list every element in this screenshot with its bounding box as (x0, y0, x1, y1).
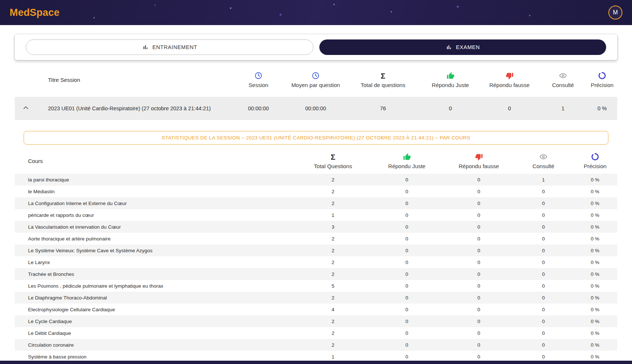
course-juste: 0 (370, 271, 444, 277)
course-name: Le Système Veineux: Système Cave et Syst… (15, 248, 296, 253)
tab-examen-label: EXAMEN (456, 44, 480, 50)
session-fausse: 0 (480, 105, 539, 111)
course-precision: 0 % (573, 248, 617, 253)
course-fausse: 0 (444, 283, 514, 289)
course-precision: 0 % (573, 342, 617, 348)
course-consulte: 0 (514, 212, 573, 218)
course-total: 1 (296, 354, 370, 360)
course-fausse: 0 (444, 248, 514, 253)
course-name: Le Larynx (15, 260, 296, 265)
course-row: Trachée et Bronches 2 0 0 0 0 % (15, 268, 617, 280)
course-precision: 0 % (573, 271, 617, 277)
course-juste: 0 (370, 260, 444, 265)
course-row: Circulation coronaire 2 0 0 0 0 % (15, 339, 617, 351)
course-total: 2 (296, 189, 370, 194)
course-row: Le Diaphragme Thoraco-Abdominal 2 0 0 0 … (15, 292, 617, 304)
course-consulte: 0 (514, 342, 573, 348)
course-name: Electrophysiologie Cellulaire Cardiaque (15, 307, 296, 312)
course-precision: 0 % (573, 177, 617, 183)
course-fausse: 0 (444, 295, 514, 301)
course-fausse: 0 (444, 342, 514, 348)
course-precision: 0 % (573, 354, 617, 360)
course-precision: 0 % (573, 212, 617, 218)
course-total: 2 (296, 236, 370, 242)
course-row: Aorte thoracique et artère pulmonaire 2 … (15, 233, 617, 245)
brand-logo[interactable]: MedSpace (10, 7, 59, 18)
course-total: 2 (296, 295, 370, 301)
course-precision: 0 % (573, 319, 617, 324)
col-header-juste: Répondu Juste (421, 72, 480, 88)
avatar-initial: M (613, 9, 618, 16)
course-name: Circulation coronaire (15, 342, 296, 348)
chevron-up-icon (22, 104, 30, 113)
course-fausse: 0 (444, 236, 514, 242)
session-stats-banner: STATISTIQUES DE LA SESSION ~ 2023 UE01 (… (24, 131, 608, 145)
course-precision: 0 % (573, 330, 617, 336)
course-name: La Configuration Interne et Externe du C… (15, 201, 296, 206)
course-fausse: 0 (444, 271, 514, 277)
course-total: 4 (296, 307, 370, 312)
eye-icon (559, 72, 567, 80)
collapse-session-button[interactable] (20, 103, 31, 115)
course-fausse: 0 (444, 212, 514, 218)
col-header-total-questions: Σ Total Questions (296, 153, 370, 169)
tab-examen[interactable]: EXAMEN (319, 39, 606, 55)
session-total: 76 (345, 105, 421, 111)
course-fausse: 0 (444, 354, 514, 360)
course-precision: 0 % (573, 189, 617, 194)
col-header-total: Σ Total de questions (345, 72, 421, 88)
course-precision: 0 % (573, 260, 617, 265)
course-name: le Médiastin (15, 189, 296, 194)
session-time: 00:00:00 (231, 105, 286, 111)
course-name: La Vascularisation et innervation du Cœu… (15, 224, 296, 230)
course-precision: 0 % (573, 295, 617, 301)
col-header-session: Session (231, 72, 286, 88)
course-fausse: 0 (444, 260, 514, 265)
course-row: Le Cycle Cardiaque 2 0 0 0 0 % (15, 315, 617, 327)
course-juste: 0 (370, 307, 444, 312)
course-consulte: 0 (514, 307, 573, 312)
course-name: Le Diaphragme Thoraco-Abdominal (15, 295, 296, 301)
session-moyen: 00:00:00 (286, 105, 345, 111)
thumb-up-icon (403, 153, 411, 161)
mode-toggle-card: ENTRAINEMENT EXAMEN (15, 34, 617, 60)
course-juste: 0 (370, 354, 444, 360)
course-row: Le Débit Cardiaque 2 0 0 0 0 % (15, 327, 617, 339)
tab-entrainement[interactable]: ENTRAINEMENT (26, 39, 313, 55)
course-total: 2 (296, 342, 370, 348)
course-juste: 0 (370, 283, 444, 289)
course-precision: 0 % (573, 283, 617, 289)
eye-icon (539, 153, 547, 161)
course-consulte: 0 (514, 319, 573, 324)
course-juste: 0 (370, 177, 444, 183)
col-header-precision: Précision (587, 72, 617, 88)
courses-table-body: la paroi thoracique 2 0 0 1 0 % le Média… (15, 174, 617, 363)
clock-icon (312, 72, 320, 80)
bar-chart-icon (446, 44, 452, 51)
course-precision: 0 % (573, 236, 617, 242)
session-row[interactable]: 2023 UE01 (Unité Cardio-Respiratoire) (2… (15, 97, 617, 120)
courses-table: Cours Σ Total Questions Répondu Juste Ré… (15, 145, 617, 363)
course-total: 2 (296, 260, 370, 265)
course-total: 2 (296, 201, 370, 206)
session-juste: 0 (421, 105, 480, 111)
precision-loader-icon (598, 72, 606, 80)
course-fausse: 0 (444, 307, 514, 312)
course-juste: 0 (370, 295, 444, 301)
course-row: La Vascularisation et innervation du Cœu… (15, 221, 617, 233)
thumb-down-icon (475, 153, 483, 161)
session-precision: 0 % (587, 105, 617, 111)
course-total: 5 (296, 283, 370, 289)
course-total: 2 (296, 330, 370, 336)
course-fausse: 0 (444, 189, 514, 194)
course-precision: 0 % (573, 201, 617, 206)
avatar[interactable]: M (608, 6, 622, 20)
course-juste: 0 (370, 342, 444, 348)
course-fausse: 0 (444, 319, 514, 324)
course-fausse: 0 (444, 177, 514, 183)
course-consulte: 0 (514, 224, 573, 230)
course-fausse: 0 (444, 224, 514, 230)
course-row: Electrophysiologie Cellulaire Cardiaque … (15, 304, 617, 315)
course-juste: 0 (370, 224, 444, 230)
course-row: la paroi thoracique 2 0 0 1 0 % (15, 174, 617, 186)
